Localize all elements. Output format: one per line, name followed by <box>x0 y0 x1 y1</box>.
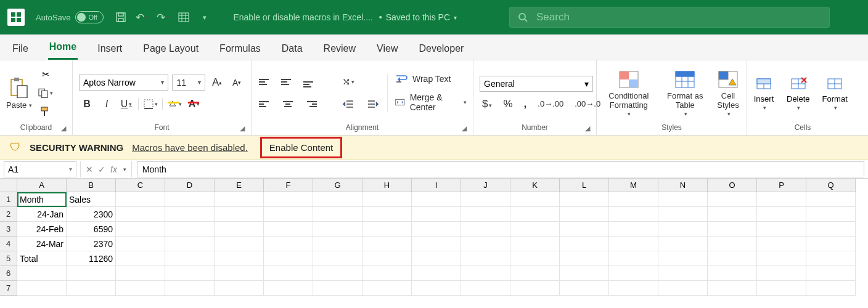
cell[interactable] <box>708 222 757 237</box>
cell[interactable] <box>17 281 67 296</box>
cell[interactable] <box>461 192 510 207</box>
cell[interactable] <box>165 222 215 237</box>
cell[interactable] <box>560 222 609 237</box>
cell[interactable] <box>510 266 560 281</box>
cell[interactable] <box>658 192 708 207</box>
cell[interactable] <box>313 192 362 207</box>
cell[interactable] <box>116 207 165 222</box>
undo-icon[interactable]: ↶▾ <box>136 11 148 23</box>
column-header[interactable]: J <box>461 179 510 192</box>
column-header[interactable]: B <box>67 179 116 192</box>
cell[interactable] <box>165 281 215 296</box>
cell[interactable] <box>658 207 708 222</box>
cell[interactable] <box>412 237 461 251</box>
cell[interactable] <box>116 192 165 207</box>
cell[interactable] <box>510 281 560 296</box>
cell[interactable] <box>609 266 658 281</box>
cell[interactable] <box>806 207 856 222</box>
cell[interactable] <box>215 222 264 237</box>
cell[interactable] <box>116 251 165 266</box>
cell[interactable] <box>116 237 165 251</box>
percent-button[interactable]: % <box>503 98 512 110</box>
cell[interactable] <box>757 281 806 296</box>
orientation-icon[interactable]: ⤭▾ <box>340 75 356 89</box>
cell[interactable] <box>708 266 757 281</box>
cell[interactable]: Sales <box>67 192 116 207</box>
cell[interactable] <box>116 266 165 281</box>
cell[interactable] <box>609 281 658 296</box>
row-header[interactable]: 2 <box>0 207 17 222</box>
cell[interactable] <box>757 251 806 266</box>
cell[interactable] <box>757 192 806 207</box>
number-format-combo[interactable]: General▾ <box>480 76 593 92</box>
cell[interactable] <box>658 237 708 251</box>
cell[interactable] <box>412 207 461 222</box>
cancel-formula-icon[interactable]: ✕ <box>86 164 93 174</box>
decrease-font-icon[interactable]: A▾ <box>229 75 245 90</box>
row-header[interactable]: 7 <box>0 281 17 296</box>
cell[interactable] <box>116 281 165 296</box>
conditional-formatting-button[interactable]: Conditional Formatting▾ <box>603 68 655 117</box>
cell[interactable] <box>362 207 412 222</box>
cell[interactable] <box>67 266 116 281</box>
align-right-icon[interactable] <box>303 99 317 110</box>
row-header[interactable]: 5 <box>0 251 17 266</box>
cell[interactable] <box>757 207 806 222</box>
column-header[interactable]: D <box>165 179 215 192</box>
cell[interactable] <box>708 237 757 251</box>
column-header[interactable]: I <box>412 179 461 192</box>
tab-file[interactable]: File <box>11 38 30 60</box>
cell[interactable] <box>165 266 215 281</box>
cell[interactable] <box>510 237 560 251</box>
tab-data[interactable]: Data <box>280 38 304 60</box>
autosave-toggle[interactable]: AutoSave Off <box>36 11 104 23</box>
cell[interactable] <box>461 266 510 281</box>
column-header[interactable]: M <box>609 179 658 192</box>
paste-icon[interactable] <box>8 76 30 99</box>
cell[interactable] <box>17 266 67 281</box>
paste-button[interactable]: Paste▾ <box>6 100 32 110</box>
cell[interactable] <box>806 266 856 281</box>
cell[interactable] <box>412 251 461 266</box>
cell[interactable] <box>165 251 215 266</box>
cell[interactable]: 6590 <box>67 222 116 237</box>
cell[interactable] <box>757 222 806 237</box>
cell[interactable] <box>658 266 708 281</box>
column-header[interactable]: E <box>215 179 264 192</box>
increase-indent-icon[interactable] <box>365 97 381 111</box>
cell[interactable] <box>461 251 510 266</box>
copy-icon[interactable]: ▾ <box>38 87 53 99</box>
name-box[interactable]: A1▾ <box>4 161 76 177</box>
cell[interactable] <box>806 192 856 207</box>
cell[interactable] <box>806 237 856 251</box>
cell[interactable] <box>658 251 708 266</box>
row-header[interactable]: 3 <box>0 222 17 237</box>
cell[interactable]: 24-Feb <box>17 222 67 237</box>
cell[interactable] <box>708 251 757 266</box>
redo-icon[interactable]: ↷▾ <box>157 11 169 23</box>
underline-button[interactable]: U▾ <box>118 97 134 111</box>
cell[interactable] <box>609 237 658 251</box>
bold-button[interactable]: B <box>79 97 95 111</box>
cell[interactable] <box>165 207 215 222</box>
grid-icon[interactable] <box>178 11 190 23</box>
cell[interactable]: Month <box>17 192 67 207</box>
row-header[interactable]: 6 <box>0 266 17 281</box>
cell[interactable] <box>806 281 856 296</box>
cell[interactable] <box>560 251 609 266</box>
cell[interactable] <box>264 192 313 207</box>
tab-developer[interactable]: Developer <box>417 38 465 60</box>
align-left-icon[interactable] <box>259 99 272 110</box>
cell[interactable] <box>708 281 757 296</box>
font-launcher-icon[interactable]: ◢ <box>240 124 245 132</box>
cell[interactable] <box>708 192 757 207</box>
formula-input[interactable]: Month <box>137 161 864 177</box>
cell[interactable]: 2370 <box>67 237 116 251</box>
cell[interactable] <box>362 192 412 207</box>
fill-color-button[interactable]: ▾ <box>166 97 182 111</box>
cell[interactable]: Total <box>17 251 67 266</box>
cell[interactable] <box>313 222 362 237</box>
save-icon[interactable] <box>115 11 127 23</box>
cell[interactable] <box>461 222 510 237</box>
cell[interactable] <box>264 281 313 296</box>
